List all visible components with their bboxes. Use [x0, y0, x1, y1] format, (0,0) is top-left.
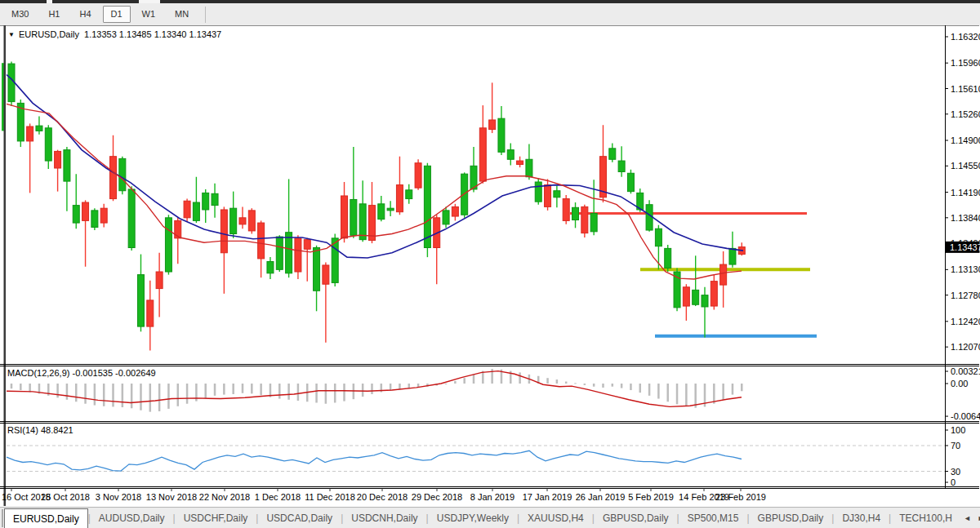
- macd-bar: [260, 384, 262, 395]
- macd-bar: [158, 384, 161, 411]
- tab-usdcad-daily[interactable]: USDCAD,Daily: [258, 508, 341, 528]
- price-tick-label: 1.15260: [951, 109, 980, 119]
- macd-bar: [242, 384, 244, 393]
- macd-bar: [186, 384, 189, 404]
- macd-bar: [297, 384, 300, 401]
- bull-candle: [314, 247, 320, 291]
- macd-bar: [602, 384, 604, 388]
- tab-xauusd-h4[interactable]: XAUUSD,H4: [519, 508, 592, 528]
- rsi-tick-label: 70: [951, 441, 960, 450]
- bear-candle: [27, 126, 33, 141]
- tab-usdcnh-daily[interactable]: USDCNH,Daily: [343, 508, 425, 528]
- bull-candle: [646, 205, 653, 230]
- date-tick-label: 1 Dec 2018: [255, 492, 301, 502]
- bull-candle: [267, 261, 274, 273]
- price-tick-label: 1.13840: [951, 213, 980, 223]
- tab-scroll-right-icon[interactable]: ►: [974, 512, 980, 524]
- bear-candle: [100, 208, 107, 223]
- tab-audusd-daily[interactable]: AUDUSD,Daily: [91, 508, 173, 528]
- macd-bar: [741, 384, 743, 391]
- bull-candle: [387, 208, 394, 211]
- bull-candle: [618, 161, 625, 171]
- bull-candle: [230, 208, 237, 233]
- tab-gbpusd-daily[interactable]: GBPUSD,Daily: [595, 508, 677, 528]
- macd-bar: [112, 384, 114, 406]
- date-tick-label: 23 Feb 2019: [715, 492, 766, 502]
- macd-bar: [445, 384, 448, 384]
- tab-gbpusd-daily[interactable]: GBPUSD,Daily: [750, 508, 832, 528]
- macd-bar: [630, 384, 632, 390]
- bear-candle: [175, 220, 181, 237]
- date-tick-label: 5 Feb 2019: [628, 492, 674, 502]
- date-tick-label: 20 Dec 2018: [357, 492, 408, 502]
- price-tick-label: 1.15960: [951, 58, 980, 68]
- tab-dj30-h4[interactable]: DJ30,H4: [834, 508, 889, 528]
- price-tick-label: 1.12070: [951, 342, 980, 352]
- bull-candle: [45, 128, 51, 161]
- bear-candle: [415, 163, 421, 188]
- bear-candle: [147, 300, 154, 326]
- bear-candle: [239, 218, 246, 224]
- macd-bar: [214, 384, 216, 396]
- chart-ohlc-values: 1.13353 1.13485 1.13340 1.13437: [84, 29, 221, 39]
- macd-bar: [315, 384, 318, 402]
- bull-candle: [8, 64, 15, 102]
- macd-bar: [593, 384, 595, 387]
- tab-usdchf-daily[interactable]: USDCHF,Daily: [176, 508, 256, 528]
- macd-bar: [66, 384, 69, 400]
- bull-candle: [359, 204, 366, 240]
- chart-symbol-label: EURUSD,Daily: [19, 29, 79, 39]
- macd-pane-label: MACD(12,26,9) -0.001535 -0.002649: [7, 368, 156, 378]
- tab-tech100-h[interactable]: TECH100,H: [891, 508, 960, 528]
- chevron-down-icon[interactable]: ▼: [8, 31, 15, 38]
- current-price-marker: 1.13437: [946, 242, 980, 253]
- bear-candle: [452, 206, 458, 216]
- bull-candle: [609, 149, 616, 159]
- macd-bar: [371, 384, 373, 394]
- chart-header: ▼EURUSD,Daily 1.13353 1.13485 1.13340 1.…: [8, 29, 221, 39]
- price-tick-label: 1.14190: [951, 188, 980, 197]
- bear-candle: [304, 240, 310, 250]
- macd-bar: [75, 384, 78, 402]
- macd-bar: [685, 384, 688, 406]
- svg-text:1.13437: 1.13437: [950, 242, 980, 252]
- bull-candle: [507, 150, 514, 160]
- tab-scroll-left-icon[interactable]: ◄: [960, 512, 974, 524]
- macd-tick-label: 0.003216: [951, 366, 980, 376]
- macd-bar: [131, 384, 133, 408]
- macd-bar: [20, 384, 22, 390]
- bull-candle: [91, 211, 98, 228]
- tabbar-grip[interactable]: [2, 509, 3, 527]
- macd-bar: [722, 384, 724, 400]
- macd-bar: [29, 384, 31, 393]
- price-tick-label: 1.14550: [951, 161, 980, 171]
- bear-candle: [341, 196, 348, 238]
- macd-bar: [612, 384, 614, 387]
- bear-candle: [82, 202, 89, 220]
- price-tick-label: 1.12420: [951, 317, 980, 326]
- macd-bar: [94, 384, 96, 406]
- macd-bar: [325, 384, 327, 404]
- bull-candle: [212, 193, 218, 205]
- macd-bar: [343, 384, 345, 402]
- tab-eurusd-daily[interactable]: EURUSD,Daily: [4, 508, 88, 528]
- bear-candle: [323, 265, 329, 284]
- bull-candle: [655, 229, 662, 246]
- tab-sp500-m15[interactable]: SP500,M15: [679, 508, 747, 528]
- bull-candle: [64, 150, 70, 181]
- price-chart-canvas[interactable]: 1.163201.159601.156101.152601.149001.145…: [0, 0, 980, 528]
- macd-bar: [556, 379, 559, 384]
- tab-usdjpy-weekly[interactable]: USDJPY,Weekly: [429, 508, 517, 528]
- bull-candle: [406, 190, 412, 199]
- macd-bar: [84, 384, 87, 404]
- tab-scroll-arrows: ◄ ►: [960, 508, 980, 528]
- macd-bar: [362, 384, 364, 397]
- bull-candle: [286, 233, 292, 273]
- price-tick-label: 1.15610: [951, 84, 980, 94]
- date-tick-label: 25 Oct 2018: [41, 492, 90, 502]
- macd-bar: [676, 384, 679, 404]
- price-tick-label: 1.13130: [951, 264, 980, 274]
- macd-bar: [732, 384, 734, 395]
- bear-candle: [517, 161, 523, 164]
- macd-bar: [223, 384, 225, 395]
